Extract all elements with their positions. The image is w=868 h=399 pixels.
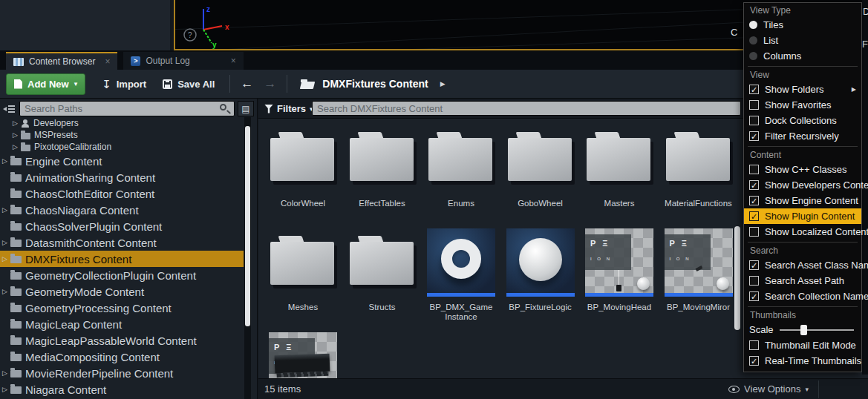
tree-item-geometrymode-content[interactable]: ▷GeometryMode Content <box>0 283 244 300</box>
expand-arrow-icon[interactable]: ▷ <box>2 239 10 246</box>
tree-item-geometryprocessing-content[interactable]: ▷GeometryProcessing Content <box>0 300 244 316</box>
save-all-button[interactable]: Save All <box>163 79 215 90</box>
tree-item-chaossolverplugin-content[interactable]: ▷ChaosSolverPlugin Content <box>0 218 244 234</box>
menu-item-dock-collections[interactable]: Dock Collections <box>744 113 861 128</box>
menu-item-label: Show Favorites <box>765 99 832 111</box>
close-tab-icon[interactable]: × <box>231 56 236 66</box>
checkbox-checked-icon[interactable]: ✓ <box>749 356 759 366</box>
add-new-button[interactable]: Add New ▾ <box>6 73 85 95</box>
checkbox-checked-icon[interactable]: ✓ <box>749 260 759 270</box>
tree-item-chaosclotheditor-content[interactable]: ▷ChaosClothEditor Content <box>0 185 244 202</box>
search-assets-input[interactable] <box>312 101 741 116</box>
tab-content-browser[interactable]: Content Browser × <box>6 52 117 70</box>
tree-item-label: GeometryCollectionPlugin Content <box>25 269 196 282</box>
tree-scrollbar[interactable] <box>244 117 251 399</box>
checkbox-checked-icon[interactable]: ✓ <box>749 85 759 94</box>
tree-item-magicleap-content[interactable]: ▷MagicLeap Content <box>0 316 244 332</box>
tree-item-magicleappassableworld-content[interactable]: ▷MagicLeapPassableWorld Content <box>0 332 244 349</box>
slider-track[interactable] <box>780 329 854 331</box>
filters-button[interactable]: Filters ▾ <box>264 103 313 114</box>
radio-icon[interactable] <box>749 36 757 44</box>
checkbox-checked-icon[interactable]: ✓ <box>749 131 759 141</box>
expand-arrow-icon[interactable]: ▷ <box>2 206 10 214</box>
tree-item-movierenderpipeline-content[interactable]: ▷MovieRenderPipeline Content <box>0 365 244 381</box>
checkbox-icon[interactable] <box>749 116 759 125</box>
menu-item-show-c-classes[interactable]: Show C++ Classes <box>744 162 861 177</box>
checkbox-icon[interactable] <box>749 165 759 174</box>
collapse-sources-button[interactable] <box>3 105 15 113</box>
radio-selected-icon[interactable] <box>749 21 757 29</box>
expand-arrow-icon[interactable]: ▷ <box>2 386 10 393</box>
unreal-editor-window: z x y ? C D F Content Browser × > Output… <box>0 0 868 399</box>
tree-item-engine-content[interactable]: ▷Engine Content <box>0 153 244 169</box>
menu-item-search-collection-names[interactable]: ✓Search Collection Names <box>744 288 861 304</box>
menu-item-columns[interactable]: Columns <box>744 48 861 64</box>
menu-item-show-favorites[interactable]: Show Favorites <box>744 97 861 113</box>
asset-label: Masters <box>577 199 662 208</box>
occluded-letter-c: C <box>731 27 737 38</box>
expand-arrow-icon[interactable]: ▷ <box>2 288 10 295</box>
menu-item-show-plugin-content[interactable]: ✓Show Plugin Content <box>744 208 861 224</box>
history-back-button[interactable]: ← <box>241 76 253 91</box>
blueprint-color-bar <box>665 293 733 297</box>
expand-arrow-icon[interactable]: ▷ <box>13 143 21 151</box>
expand-arrow-icon[interactable]: ▷ <box>2 369 10 377</box>
radio-icon[interactable] <box>749 52 757 60</box>
expand-arrow-icon[interactable]: ▷ <box>2 255 10 263</box>
menu-item-tiles[interactable]: Tiles <box>744 17 861 33</box>
watermark: P ΞI O N <box>585 234 631 270</box>
chevron-down-icon: ▾ <box>74 80 78 88</box>
menu-item-label: Dock Collections <box>765 115 837 126</box>
breadcrumb[interactable]: DMXFixtures Content <box>322 78 428 90</box>
tree-item-chaosniagara-content[interactable]: ▷ChaosNiagara Content <box>0 202 244 218</box>
menu-slider-scale[interactable]: Scale <box>744 322 861 337</box>
checkbox-checked-icon[interactable]: ✓ <box>749 211 759 221</box>
checkbox-checked-icon[interactable]: ✓ <box>749 291 759 301</box>
view-options-button[interactable]: View Options ▾ <box>728 383 809 395</box>
checkbox-icon[interactable] <box>749 227 759 237</box>
asset-scrollbar-thumb[interactable] <box>734 226 740 330</box>
tree-item-developers[interactable]: ▷Developers <box>0 117 244 129</box>
expand-arrow-icon[interactable]: ▷ <box>2 157 10 165</box>
checkbox-icon[interactable] <box>749 340 759 350</box>
path-picker-button[interactable]: ▤ <box>238 101 254 116</box>
menu-item-show-developers-content[interactable]: ✓Show Developers Content <box>744 177 861 193</box>
menu-item-show-engine-content[interactable]: ✓Show Engine Content <box>744 193 861 208</box>
folder-icon <box>10 240 22 247</box>
checkbox-checked-icon[interactable]: ✓ <box>749 180 759 190</box>
search-paths-input[interactable] <box>19 101 235 116</box>
import-button[interactable]: ↧ Import <box>102 79 146 90</box>
menu-item-show-localized-content[interactable]: Show Localized Content <box>744 224 861 240</box>
toolbar-divider <box>287 75 287 93</box>
expand-arrow-icon[interactable]: ▷ <box>13 131 21 139</box>
tree-item-niagara-content[interactable]: ▷Niagara Content <box>0 381 244 398</box>
asset-thumbnail <box>427 228 495 297</box>
folder-icon <box>10 223 22 231</box>
checkbox-icon[interactable] <box>749 100 759 110</box>
asset-label: BP_MovingMiror <box>656 303 741 312</box>
expand-arrow-icon[interactable]: ▷ <box>13 119 21 127</box>
menu-item-list[interactable]: List <box>744 33 861 48</box>
tab-output-log[interactable]: > Output Log × <box>123 52 243 70</box>
menu-item-filter-recursively[interactable]: ✓Filter Recursively <box>744 128 861 144</box>
tree-item-animationsharing-content[interactable]: ▷AnimationSharing Content <box>0 169 244 185</box>
tree-item-mediacompositing-content[interactable]: ▷MediaCompositing Content <box>0 349 244 365</box>
tree-item-dmxfixtures-content[interactable]: ▷DMXFixtures Content <box>0 251 244 267</box>
tree-item-datasmithcontent-content[interactable]: ▷DatasmithContent Content <box>0 234 244 251</box>
tree-item-mspresets[interactable]: ▷MSPresets <box>0 129 244 141</box>
folder-icon <box>506 125 575 193</box>
history-forward-button[interactable]: → <box>264 76 276 91</box>
menu-item-search-asset-path[interactable]: Search Asset Path <box>744 273 861 288</box>
slider-thumb[interactable] <box>800 325 807 335</box>
menu-item-show-folders[interactable]: ✓Show Folders▶ <box>744 82 861 97</box>
tree-scrollbar-thumb[interactable] <box>245 126 250 326</box>
menu-item-real-time-thumbnails[interactable]: ✓Real-Time Thumbnails <box>744 353 861 369</box>
menu-item-thumbnail-edit-mode[interactable]: Thumbnail Edit Mode <box>744 337 861 353</box>
close-tab-icon[interactable]: × <box>105 56 110 67</box>
checkbox-checked-icon[interactable]: ✓ <box>749 196 759 205</box>
tree-item-geometrycollectionplugin-content[interactable]: ▷GeometryCollectionPlugin Content <box>0 267 244 283</box>
menu-item-search-asset-class-names[interactable]: ✓Search Asset Class Names <box>744 257 861 273</box>
breadcrumb-arrow-icon[interactable]: ▶ <box>440 80 446 88</box>
tree-item-pixotopecalibration[interactable]: ▷PixotopeCalibration <box>0 141 244 153</box>
checkbox-icon[interactable] <box>749 276 759 286</box>
